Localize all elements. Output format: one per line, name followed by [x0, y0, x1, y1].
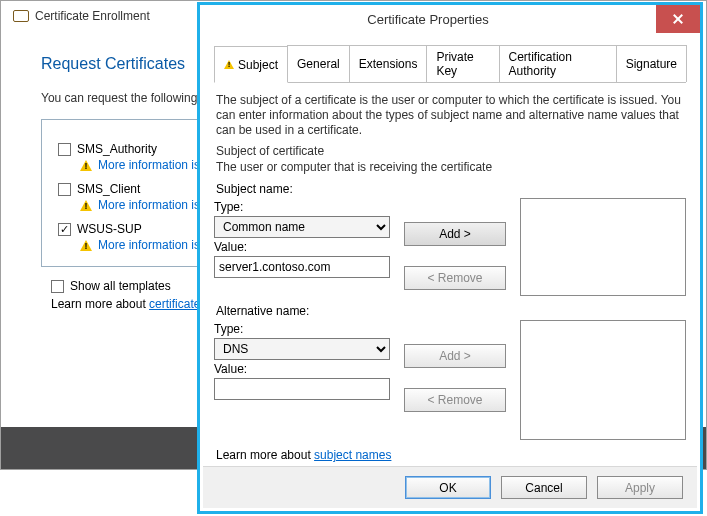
alternative-name-editor: Type: DNS Value: Add > < Remove	[214, 320, 686, 440]
tab-label: Certification Authority	[509, 50, 607, 78]
tab-signature[interactable]: Signature	[616, 45, 687, 82]
tab-label: General	[297, 57, 340, 71]
tab-extensions[interactable]: Extensions	[349, 45, 428, 82]
cancel-button[interactable]: Cancel	[501, 476, 587, 499]
subject-names-link[interactable]: subject names	[314, 448, 391, 462]
learn-prefix: Learn more about	[216, 448, 314, 462]
alternative-name-value-input[interactable]	[214, 378, 390, 400]
alternative-name-group-label: Alternative name:	[216, 304, 684, 318]
subject-name-value-input[interactable]	[214, 256, 390, 278]
alternative-name-remove-button[interactable]: < Remove	[404, 388, 506, 412]
tab-label: Subject	[238, 58, 278, 72]
subject-of-certificate-heading: Subject of certificate	[216, 144, 684, 158]
subject-name-group-label: Subject name:	[216, 182, 684, 196]
alternative-name-type-select[interactable]: DNS	[214, 338, 390, 360]
apply-button[interactable]: Apply	[597, 476, 683, 499]
tab-strip: Subject General Extensions Private Key C…	[214, 45, 686, 83]
ok-button[interactable]: OK	[405, 476, 491, 499]
tab-description: The subject of a certificate is the user…	[216, 93, 684, 138]
template-label: SMS_Authority	[77, 142, 157, 156]
template-checkbox[interactable]	[58, 143, 71, 156]
show-all-checkbox[interactable]	[51, 280, 64, 293]
template-label: WSUS-SUP	[77, 222, 142, 236]
alternative-name-add-button[interactable]: Add >	[404, 344, 506, 368]
type-label: Type:	[214, 322, 390, 336]
dialog-title: Certificate Properties	[200, 5, 656, 33]
subject-name-editor: Type: Common name Value: Add > < Remove	[214, 198, 686, 296]
tab-certification-authority[interactable]: Certification Authority	[499, 45, 617, 82]
tab-subject[interactable]: Subject	[214, 46, 288, 83]
template-checkbox[interactable]	[58, 223, 71, 236]
subject-name-list[interactable]	[520, 198, 686, 296]
subject-name-type-select[interactable]: Common name	[214, 216, 390, 238]
subject-name-remove-button[interactable]: < Remove	[404, 266, 506, 290]
tab-private-key[interactable]: Private Key	[426, 45, 499, 82]
tab-label: Signature	[626, 57, 677, 71]
template-label: SMS_Client	[77, 182, 140, 196]
close-button[interactable]	[656, 5, 700, 33]
dialog-titlebar[interactable]: Certificate Properties	[200, 5, 700, 33]
dialog-footer: OK Cancel Apply	[203, 466, 697, 508]
show-all-label: Show all templates	[70, 279, 171, 293]
subject-name-add-button[interactable]: Add >	[404, 222, 506, 246]
warning-icon	[224, 60, 234, 69]
alternative-name-list[interactable]	[520, 320, 686, 440]
value-label: Value:	[214, 240, 390, 254]
template-checkbox[interactable]	[58, 183, 71, 196]
learn-prefix: Learn more about	[51, 297, 149, 311]
tab-label: Private Key	[436, 50, 489, 78]
subject-of-certificate-sub: The user or computer that is receiving t…	[216, 160, 684, 174]
close-icon	[673, 14, 683, 24]
learn-more-row: Learn more about subject names	[216, 448, 684, 462]
wizard-title: Certificate Enrollment	[35, 9, 150, 23]
certificate-properties-dialog: Certificate Properties Subject General E…	[197, 2, 703, 514]
warning-icon	[80, 160, 92, 171]
value-label: Value:	[214, 362, 390, 376]
warning-icon	[80, 200, 92, 211]
tab-label: Extensions	[359, 57, 418, 71]
type-label: Type:	[214, 200, 390, 214]
tab-general[interactable]: General	[287, 45, 350, 82]
certificate-icon	[13, 10, 29, 22]
warning-icon	[80, 240, 92, 251]
